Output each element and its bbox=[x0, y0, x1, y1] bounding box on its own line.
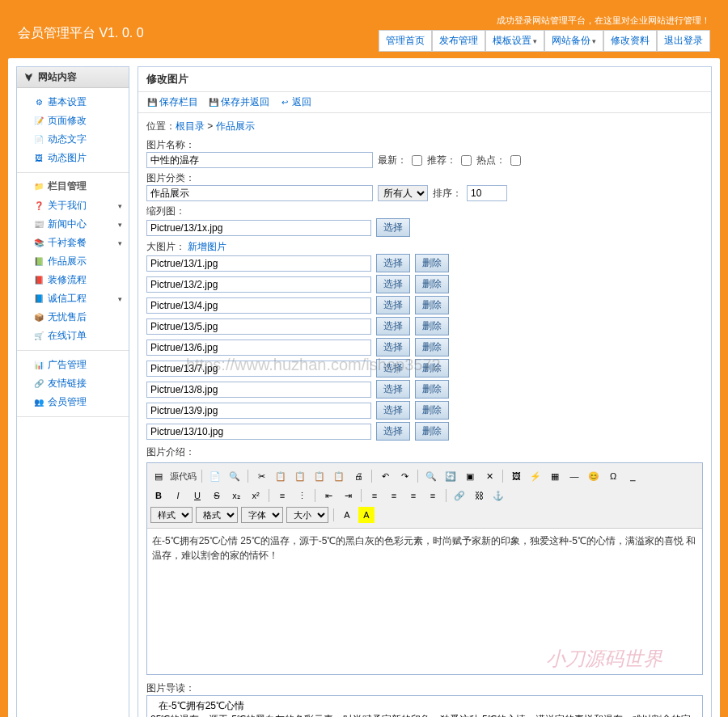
ed-table-icon[interactable]: ▦ bbox=[547, 468, 563, 484]
ed-image-icon[interactable]: 🖼 bbox=[508, 468, 524, 484]
ed-selectall-icon[interactable]: ▣ bbox=[462, 468, 478, 484]
ed-paste-icon[interactable]: 📋 bbox=[292, 468, 308, 484]
bigpic-select-button[interactable]: 选择 bbox=[376, 317, 410, 335]
bigpic-input[interactable] bbox=[146, 255, 371, 272]
ed-source-label[interactable]: 源代码 bbox=[170, 470, 197, 483]
sidebar-item[interactable]: 📄动态文字 bbox=[17, 130, 129, 149]
ed-hr-icon[interactable]: ― bbox=[566, 468, 582, 484]
ed-copy-icon[interactable]: 📋 bbox=[273, 468, 289, 484]
bigpic-input[interactable] bbox=[146, 318, 371, 335]
ed-redo-icon[interactable]: ↷ bbox=[396, 468, 413, 484]
guide-textarea[interactable] bbox=[146, 695, 703, 717]
ed-paste-word-icon[interactable]: 📋 bbox=[331, 468, 347, 484]
ed-pagebreak-icon[interactable]: ⎯ bbox=[624, 468, 641, 484]
collapse-icon[interactable]: ⮟ bbox=[23, 72, 35, 83]
hot-checkbox[interactable] bbox=[510, 155, 521, 166]
ed-special-icon[interactable]: Ω bbox=[605, 468, 621, 484]
bigpic-delete-button[interactable]: 删除 bbox=[415, 422, 449, 441]
bigpic-delete-button[interactable]: 删除 bbox=[415, 338, 449, 356]
ed-align-left-icon[interactable]: ≡ bbox=[366, 487, 383, 504]
sidebar-item[interactable]: 📘诚信工程▾ bbox=[17, 289, 129, 308]
expand-icon[interactable]: ▾ bbox=[118, 239, 122, 247]
ed-undo-icon[interactable]: ↶ bbox=[377, 468, 393, 484]
expand-icon[interactable]: ▾ bbox=[118, 295, 122, 303]
ed-indent-icon[interactable]: ⇥ bbox=[340, 487, 356, 504]
sidebar-item[interactable]: 📗作品展示 bbox=[17, 252, 129, 271]
nav-btn-3[interactable]: 网站备份▾ bbox=[544, 30, 603, 52]
ed-cut-icon[interactable]: ✂ bbox=[253, 468, 269, 484]
bigpic-select-button[interactable]: 选择 bbox=[376, 254, 410, 272]
sidebar-item[interactable]: 📕装修流程 bbox=[17, 271, 129, 289]
sidebar-item[interactable]: 🔗友情链接 bbox=[17, 374, 129, 393]
ed-link-icon[interactable]: 🔗 bbox=[451, 487, 468, 504]
sidebar-item[interactable]: 📚千衬套餐▾ bbox=[17, 234, 129, 252]
ed-new-icon[interactable]: 📄 bbox=[207, 468, 223, 484]
bigpic-input[interactable] bbox=[146, 382, 371, 398]
ed-underline-icon[interactable]: U bbox=[189, 487, 205, 504]
toolbar-btn-1[interactable]: 💾保存并返回 bbox=[208, 95, 269, 109]
breadcrumb-current[interactable]: 作品展示 bbox=[216, 120, 255, 132]
ed-ul-icon[interactable]: ⋮ bbox=[294, 487, 310, 504]
sidebar-item[interactable]: 📰新闻中心▾ bbox=[17, 215, 129, 234]
ed-print-icon[interactable]: 🖨 bbox=[350, 468, 366, 484]
bigpic-input[interactable] bbox=[146, 361, 371, 377]
ed-find-icon[interactable]: 🔍 bbox=[423, 468, 439, 484]
bigpic-delete-button[interactable]: 删除 bbox=[415, 254, 449, 272]
ed-unlink-icon[interactable]: ⛓ bbox=[471, 487, 487, 504]
bigpic-delete-button[interactable]: 删除 bbox=[415, 380, 449, 399]
ed-preview-icon[interactable]: 🔍 bbox=[226, 468, 243, 484]
nav-btn-2[interactable]: 模板设置▾ bbox=[485, 30, 544, 52]
ed-bgcolor-icon[interactable]: A bbox=[358, 507, 375, 523]
add-pic-link[interactable]: 新增图片 bbox=[188, 241, 226, 252]
breadcrumb-root[interactable]: 根目录 bbox=[176, 120, 205, 132]
nav-btn-5[interactable]: 退出登录 bbox=[657, 30, 710, 52]
bigpic-input[interactable] bbox=[146, 276, 371, 293]
thumb-select-button[interactable]: 选择 bbox=[376, 218, 410, 237]
ed-textcolor-icon[interactable]: A bbox=[339, 507, 355, 523]
sidebar-item[interactable]: 📦无忧售后 bbox=[17, 308, 129, 327]
ed-font-select[interactable]: 字体 bbox=[241, 507, 283, 523]
bigpic-input[interactable] bbox=[146, 403, 371, 419]
ed-anchor-icon[interactable]: ⚓ bbox=[490, 487, 506, 504]
bigpic-delete-button[interactable]: 删除 bbox=[415, 401, 449, 420]
bigpic-input[interactable] bbox=[146, 424, 371, 440]
expand-icon[interactable]: ▾ bbox=[118, 221, 122, 229]
ed-align-right-icon[interactable]: ≡ bbox=[405, 487, 421, 504]
ed-italic-icon[interactable]: I bbox=[170, 487, 186, 504]
bigpic-delete-button[interactable]: 删除 bbox=[415, 359, 449, 377]
recommend-checkbox[interactable] bbox=[461, 155, 472, 166]
bigpic-delete-button[interactable]: 删除 bbox=[415, 275, 449, 293]
latest-checkbox[interactable] bbox=[412, 155, 422, 166]
pic-name-input[interactable] bbox=[146, 152, 373, 168]
sidebar-item[interactable]: ❓关于我们▾ bbox=[17, 196, 129, 215]
sidebar-item[interactable]: ⚙基本设置 bbox=[17, 93, 129, 112]
ed-size-select[interactable]: 大小 bbox=[286, 507, 328, 523]
editor-content-area[interactable]: 在-5℃拥有25℃心情 25℃的温存，源于-5℃的黑白灰的色彩元素，时尚赋予家新… bbox=[147, 529, 702, 674]
toolbar-btn-0[interactable]: 💾保存栏目 bbox=[146, 95, 198, 109]
toolbar-btn-2[interactable]: ↩返回 bbox=[279, 95, 311, 109]
expand-icon[interactable]: ▾ bbox=[118, 202, 122, 210]
nav-btn-0[interactable]: 管理首页 bbox=[379, 30, 432, 52]
thumb-input[interactable] bbox=[146, 220, 371, 236]
ed-bold-icon[interactable]: B bbox=[150, 487, 167, 504]
ed-source-icon[interactable]: ▤ bbox=[150, 468, 167, 484]
ed-clear-icon[interactable]: ✕ bbox=[481, 468, 497, 484]
sidebar-item[interactable]: 📝页面修改 bbox=[17, 112, 129, 130]
bigpic-select-button[interactable]: 选择 bbox=[376, 380, 410, 399]
ed-align-justify-icon[interactable]: ≡ bbox=[425, 487, 441, 504]
sidebar-item[interactable]: 📊广告管理 bbox=[17, 356, 129, 374]
nav-btn-4[interactable]: 修改资料 bbox=[603, 30, 657, 52]
bigpic-select-button[interactable]: 选择 bbox=[376, 359, 410, 377]
ed-outdent-icon[interactable]: ⇤ bbox=[320, 487, 336, 504]
visibility-select[interactable]: 所有人 bbox=[378, 185, 428, 201]
ed-style-select[interactable]: 样式 bbox=[150, 507, 193, 523]
bigpic-select-button[interactable]: 选择 bbox=[376, 338, 410, 356]
nav-btn-1[interactable]: 发布管理 bbox=[432, 30, 485, 52]
ed-replace-icon[interactable]: 🔄 bbox=[442, 468, 459, 484]
sidebar-item[interactable]: 🛒在线订单 bbox=[17, 327, 129, 345]
ed-ol-icon[interactable]: ≡ bbox=[274, 487, 290, 504]
bigpic-select-button[interactable]: 选择 bbox=[376, 296, 410, 314]
bigpic-input[interactable] bbox=[146, 340, 371, 356]
ed-paste-text-icon[interactable]: 📋 bbox=[311, 468, 328, 484]
ed-emoji-icon[interactable]: 😊 bbox=[586, 468, 602, 484]
